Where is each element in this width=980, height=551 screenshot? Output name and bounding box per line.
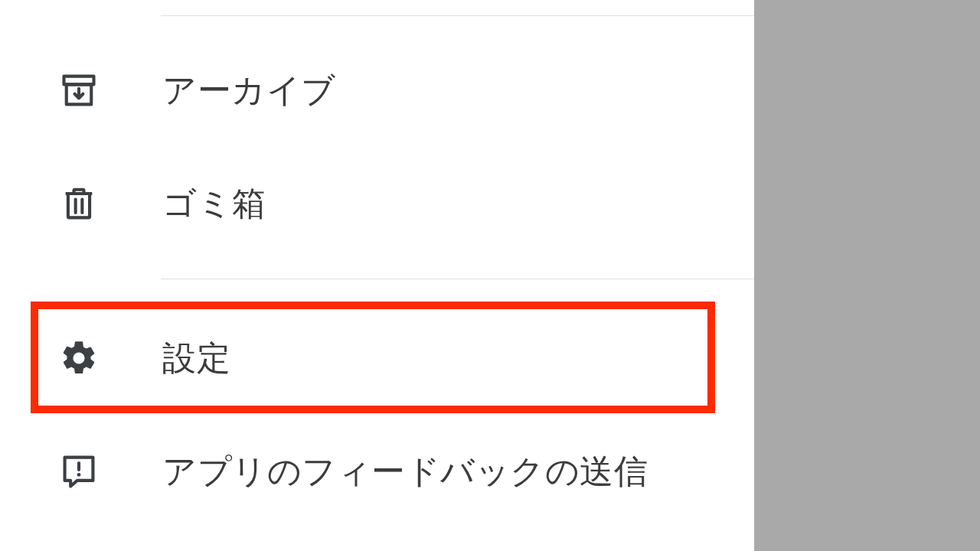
- menu-item-settings[interactable]: 設定: [57, 326, 754, 390]
- gear-icon: [57, 336, 101, 380]
- archive-icon: [57, 68, 101, 112]
- menu-label: アプリのフィードバックの送信: [162, 449, 648, 494]
- menu-label: アーカイブ: [162, 68, 336, 113]
- menu-label: 設定: [162, 336, 230, 381]
- menu-item-feedback[interactable]: アプリのフィードバックの送信: [57, 439, 754, 504]
- menu-item-archive[interactable]: アーカイブ: [57, 58, 754, 122]
- navigation-drawer: アーカイブ ゴミ箱 設定: [0, 0, 754, 551]
- trash-icon: [57, 181, 101, 226]
- feedback-icon: [57, 449, 101, 494]
- menu-item-trash[interactable]: ゴミ箱: [57, 171, 754, 236]
- svg-point-2: [77, 473, 81, 477]
- divider: [161, 279, 754, 279]
- menu-label: ゴミ箱: [162, 181, 266, 227]
- divider: [161, 15, 754, 16]
